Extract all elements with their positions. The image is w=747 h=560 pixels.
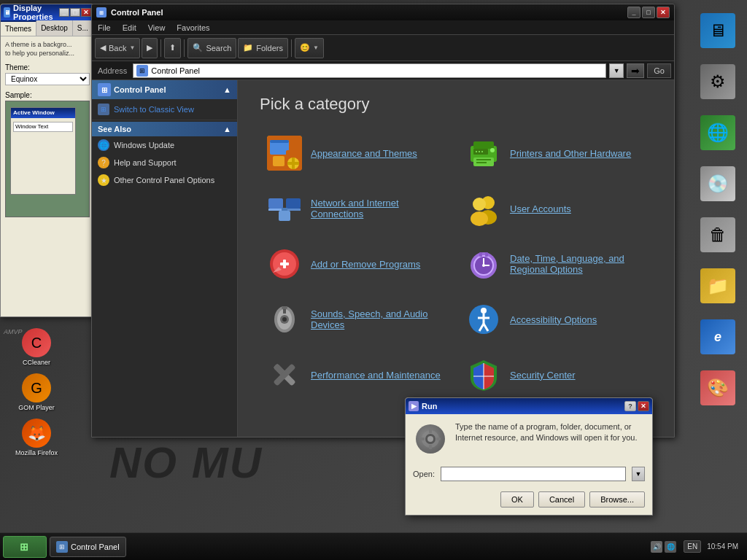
cp-switch-view[interactable]: ⊞ Switch to Classic View — [92, 99, 237, 120]
users-label: User Accounts — [510, 203, 571, 214]
dp-sample-label: Sample: — [5, 91, 90, 99]
cp-category-security[interactable]: Security Center — [459, 350, 652, 400]
control-panel-window: ⊞ Control Panel _ □ ✕ File Edit View Fav… — [91, 4, 675, 438]
network-icon — [267, 191, 302, 226]
dp-title: Display Properties — [13, 4, 59, 21]
desktop-icon-folder[interactable]: 📁 — [694, 262, 741, 309]
cp-back-button[interactable]: ◀ Back ▼ — [95, 38, 140, 58]
cp-category-add-remove[interactable]: Add or Remove Programs — [260, 239, 453, 289]
cp-sidebar-windows-update[interactable]: 🌐 Windows Update — [92, 136, 237, 154]
cp-category-printers[interactable]: Printers and Other Hardware — [459, 128, 652, 178]
go-button[interactable]: Go — [647, 63, 671, 78]
gom-icon: G — [22, 373, 51, 402]
taskbar: ⊞ ⊞ Control Panel 🔊 🌐 EN 10:54 PM — [0, 532, 747, 560]
run-close-btn[interactable]: ✕ — [638, 401, 649, 411]
desktop-icon-gom[interactable]: G GOM Player — [7, 373, 66, 411]
desktop-icon-globe[interactable]: 🌐 — [694, 109, 741, 156]
run-browse-button[interactable]: Browse... — [589, 491, 645, 508]
svg-rect-73 — [420, 438, 425, 440]
desktop-icon-monitor[interactable]: 🖥 — [694, 7, 741, 54]
folders-icon: 📁 — [243, 43, 253, 52]
security-icon — [466, 357, 501, 392]
start-button[interactable]: ⊞ — [3, 536, 47, 558]
gom-label: GOM Player — [18, 404, 55, 411]
cp-restore-btn[interactable]: □ — [642, 7, 655, 18]
back-dropdown-icon: ▼ — [129, 44, 135, 51]
cp-category-users[interactable]: User Accounts — [459, 184, 652, 233]
taskbar-lang: EN — [684, 540, 701, 553]
monitor-icon: 🖥 — [700, 13, 735, 48]
cp-titlebar[interactable]: ⊞ Control Panel _ □ ✕ — [92, 4, 674, 20]
tray-icon-1[interactable]: 🔊 — [651, 541, 662, 553]
toolbar-separator-2 — [184, 39, 185, 57]
cp-search-button[interactable]: 🔍 Search — [187, 38, 236, 58]
dp-theme-select[interactable]: Equinox — [5, 73, 90, 85]
trash-icon: 🗑 — [700, 217, 735, 252]
desktop-icon-ie[interactable]: e — [694, 314, 741, 360]
accessibility-icon — [466, 302, 501, 337]
sounds-label: Sounds, Speech, and Audio Devices — [311, 308, 446, 330]
dp-tab-screensaver[interactable]: S... — [73, 20, 93, 36]
cp-minimize-btn[interactable]: _ — [627, 7, 640, 18]
display-properties-titlebar[interactable]: 🖥 Display Properties _ □ ✕ — [1, 4, 94, 20]
cp-menu-view[interactable]: View — [142, 20, 171, 34]
cp-title: Control Panel — [111, 8, 163, 17]
dp-minimize-btn[interactable]: _ — [59, 8, 69, 17]
svg-point-70 — [427, 436, 433, 442]
run-help-btn[interactable]: ? — [624, 401, 636, 411]
run-input-row: Open: ▼ — [406, 464, 652, 489]
run-open-input[interactable] — [441, 467, 626, 481]
run-ok-button[interactable]: OK — [500, 491, 534, 508]
cp-sidebar-other-options[interactable]: ★ Other Control Panel Options — [92, 171, 237, 189]
desktop-icon-firefox[interactable]: 🦊 Mozilla Firefox — [7, 419, 66, 456]
folder-icon: 📁 — [700, 268, 735, 303]
cp-forward-button[interactable]: ▶ — [142, 38, 158, 58]
svg-rect-53 — [282, 306, 287, 309]
address-dropdown-btn[interactable]: ▼ — [609, 63, 624, 78]
cp-category-accessibility[interactable]: Accessibility Options — [459, 295, 652, 344]
security-label: Security Center — [510, 370, 576, 381]
dp-maximize-btn[interactable]: □ — [70, 8, 80, 17]
desktop-icon-disk[interactable]: 💿 — [694, 160, 741, 207]
desktop-icon-trash[interactable]: 🗑 — [694, 211, 741, 258]
appearance-icon — [267, 136, 302, 171]
back-arrow-icon: ◀ — [100, 43, 106, 52]
cp-category-performance[interactable]: Performance and Maintenance — [260, 350, 453, 400]
taskbar-time: 10:54 PM — [704, 542, 741, 551]
dp-tab-desktop[interactable]: Desktop — [36, 20, 73, 36]
cp-menu-file[interactable]: File — [92, 20, 117, 34]
cp-smiley-button[interactable]: 😊 ▼ — [295, 38, 324, 58]
cp-up-button[interactable]: ⬆ — [164, 38, 181, 58]
cp-sidebar-cp-header[interactable]: ⊞ Control Panel ▲ — [92, 80, 237, 99]
dp-tab-themes[interactable]: Themes — [1, 20, 36, 36]
cp-sidebar-help-support[interactable]: ? Help and Support — [92, 154, 237, 171]
cp-sidebar-see-also-header[interactable]: See Also ▲ — [92, 122, 237, 136]
cp-menu-favorites[interactable]: Favorites — [171, 20, 215, 34]
taskbar-cp-item[interactable]: ⊞ Control Panel — [50, 537, 126, 557]
address-nav-icon[interactable]: ➡ — [627, 63, 644, 78]
svg-point-44 — [482, 264, 485, 267]
dp-close-btn[interactable]: ✕ — [81, 8, 91, 17]
tray-icon-2[interactable]: 🌐 — [665, 541, 676, 553]
svg-point-16 — [490, 148, 495, 152]
cp-category-sounds[interactable]: Sounds, Speech, and Audio Devices — [260, 295, 453, 344]
cp-folders-button[interactable]: 📁 Folders — [238, 38, 288, 58]
tray-icons: 🔊 🌐 — [651, 541, 676, 553]
run-titlebar[interactable]: ▶ Run ? ✕ — [406, 398, 652, 414]
datetime-icon — [466, 246, 501, 281]
svg-rect-45 — [479, 252, 482, 257]
cp-close-btn[interactable]: ✕ — [657, 7, 670, 18]
add-remove-label: Add or Remove Programs — [311, 259, 420, 270]
cp-category-appearance[interactable]: Appearance and Themes — [260, 128, 453, 178]
cp-menu-edit[interactable]: Edit — [117, 20, 142, 34]
cp-window-controls: _ □ ✕ — [627, 7, 670, 18]
cp-category-datetime[interactable]: Date, Time, Language, and Regional Optio… — [459, 239, 652, 289]
run-cancel-button[interactable]: Cancel — [538, 491, 585, 508]
desktop-icon-paint[interactable]: 🎨 — [694, 365, 741, 411]
see-also-collapse-icon: ▲ — [223, 125, 231, 133]
cp-window-icon: ⊞ — [96, 7, 107, 18]
svg-text:⊞: ⊞ — [99, 10, 104, 15]
run-input-dropdown[interactable]: ▼ — [632, 467, 645, 481]
desktop-icon-gear[interactable]: ⚙ — [694, 58, 741, 105]
cp-category-network[interactable]: Network and Internet Connections — [260, 184, 453, 233]
